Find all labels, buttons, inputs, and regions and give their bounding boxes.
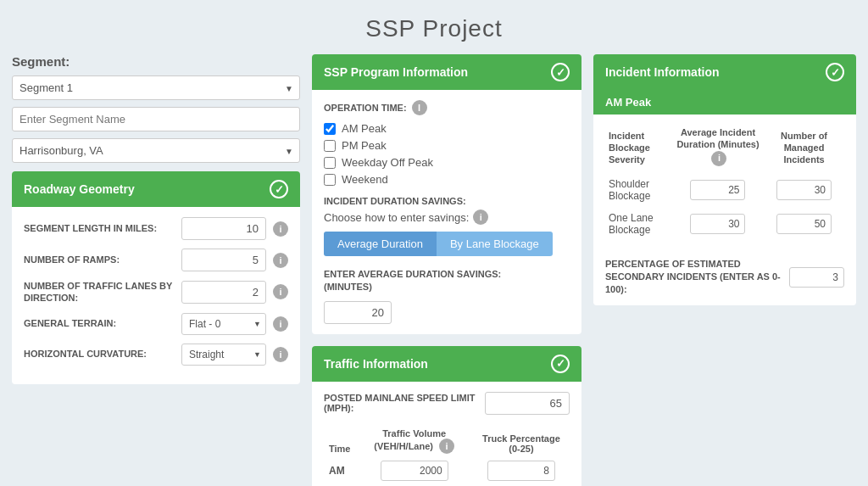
traffic-volume-input[interactable] <box>381 461 448 481</box>
traffic-truck-pct-input[interactable] <box>487 461 555 481</box>
ssp-program-check-icon: ✓ <box>551 63 570 81</box>
num-ramps-input[interactable] <box>181 249 266 271</box>
ssp-program-card: SSP Program Information ✓ OPERATION TIME… <box>312 54 581 334</box>
percentage-label: PERCENTAGE OF ESTIMATED SECONDARY INCIDE… <box>605 258 781 297</box>
operation-time-label: OPERATION TIME: i <box>324 100 570 115</box>
segment-length-info-icon[interactable]: i <box>273 221 288 237</box>
traffic-information-check-icon: ✓ <box>551 355 570 373</box>
am-peak-label: AM Peak <box>342 122 387 135</box>
segment-name-input[interactable] <box>12 107 300 131</box>
incident-table: Incident Blockage Severity Average Incid… <box>605 123 844 241</box>
location-select-wrapper: Harrisonburg, VA <box>12 138 300 163</box>
location-select[interactable]: Harrisonburg, VA <box>12 138 300 163</box>
operation-time-info-icon[interactable]: i <box>412 100 427 115</box>
general-terrain-info-icon[interactable]: i <box>273 316 288 332</box>
posted-speed-input[interactable] <box>485 392 570 415</box>
by-lane-blockage-button[interactable]: By Lane Blockage <box>437 232 553 256</box>
am-peak-checkbox[interactable] <box>324 123 336 135</box>
checkbox-weekend: Weekend <box>324 173 570 186</box>
incident-information-body: AM Peak Incident Blockage Severity Avera… <box>593 90 856 305</box>
savings-btn-group: Average Duration By Lane Blockage <box>324 232 570 256</box>
one-lane-blockage-label: One Lane Blockage <box>605 207 672 241</box>
incident-information-card: Incident Information ✓ AM Peak Incident … <box>593 54 856 305</box>
num-lanes-info-icon[interactable]: i <box>273 284 288 299</box>
ssp-program-header: SSP Program Information ✓ <box>312 54 581 90</box>
one-lane-num-managed-input[interactable] <box>776 214 832 234</box>
roadway-geometry-card: Roadway Geometry ✓ SEGMENT LENGTH IN MIL… <box>12 171 300 384</box>
choose-savings-label: Choose how to enter savings: i <box>324 209 570 225</box>
roadway-geometry-body: SEGMENT LENGTH IN MILES: i NUMBER OF RAM… <box>12 207 300 384</box>
incident-severity-header: Incident Blockage Severity <box>605 123 672 173</box>
volume-info-icon[interactable]: i <box>439 439 454 454</box>
traffic-volume-header: Traffic Volume (VEH/H/Lane) i <box>355 425 472 457</box>
traffic-truck-pct-cell <box>473 457 570 484</box>
general-terrain-row: GENERAL TERRAIN: Flat - 0 i <box>24 313 288 335</box>
weekend-label: Weekend <box>342 173 388 186</box>
shoulder-avg-duration-cell <box>672 173 764 207</box>
one-lane-avg-duration-input[interactable] <box>690 214 745 234</box>
roadway-geometry-check-icon: ✓ <box>270 180 288 198</box>
posted-speed-row: POSTED MAINLANE SPEED LIMIT (MPH): <box>324 392 570 415</box>
traffic-time-cell: AM <box>324 457 355 484</box>
incident-table-wrapper: Incident Blockage Severity Average Incid… <box>593 115 856 249</box>
incident-avg-duration-header: Average Incident Duration (Minutes) i <box>672 123 764 173</box>
num-lanes-input[interactable] <box>181 281 266 304</box>
incident-duration-savings-label: INCIDENT DURATION SAVINGS: <box>324 196 570 206</box>
traffic-table: Time Traffic Volume (VEH/H/Lane) i Truck… <box>324 425 570 484</box>
percentage-input[interactable] <box>789 267 844 288</box>
traffic-truck-pct-header: Truck Percentage (0-25) <box>473 425 570 457</box>
weekday-off-peak-checkbox[interactable] <box>324 157 336 169</box>
segment-section: Segment: Segment 1 Harrisonburg, VA <box>12 54 300 163</box>
general-terrain-label: GENERAL TERRAIN: <box>24 317 175 329</box>
ssp-program-title: SSP Program Information <box>324 65 468 79</box>
shoulder-num-managed-input[interactable] <box>776 180 832 200</box>
shoulder-blockage-label: Shoulder Blockage <box>605 173 672 207</box>
weekend-checkbox[interactable] <box>324 174 336 186</box>
num-lanes-row: NUMBER OF TRAFFIC LANES BY DIRECTION: i <box>24 280 288 304</box>
right-column: Incident Information ✓ AM Peak Incident … <box>593 54 856 486</box>
horizontal-curvature-row: HORIZONTAL CURVATURE: Straight i <box>24 344 288 366</box>
segment-select[interactable]: Segment 1 <box>12 75 300 100</box>
choose-savings-info-icon[interactable]: i <box>473 209 488 225</box>
horizontal-curvature-select[interactable]: Straight <box>181 344 266 366</box>
shoulder-avg-duration-input[interactable] <box>690 180 745 200</box>
percentage-row: PERCENTAGE OF ESTIMATED SECONDARY INCIDE… <box>593 249 856 305</box>
duration-savings-input[interactable] <box>324 301 392 324</box>
one-lane-avg-duration-cell <box>672 207 764 241</box>
traffic-information-card: Traffic Information ✓ POSTED MAINLANE SP… <box>312 346 581 486</box>
pm-peak-label: PM Peak <box>342 139 387 152</box>
enter-duration-row <box>324 301 570 324</box>
incident-information-check-icon: ✓ <box>826 63 844 81</box>
general-terrain-select[interactable]: Flat - 0 <box>181 313 266 335</box>
traffic-time-header: Time <box>324 425 355 457</box>
incident-one-lane-row: One Lane Blockage <box>605 207 844 241</box>
segment-length-label: SEGMENT LENGTH IN MILES: <box>24 222 175 234</box>
shoulder-num-managed-cell <box>764 173 844 207</box>
traffic-information-body: POSTED MAINLANE SPEED LIMIT (MPH): Time … <box>312 382 581 486</box>
num-lanes-label: NUMBER OF TRAFFIC LANES BY DIRECTION: <box>24 280 175 304</box>
traffic-information-header: Traffic Information ✓ <box>312 346 581 382</box>
traffic-volume-cell <box>355 457 472 484</box>
ssp-program-body: OPERATION TIME: i AM Peak PM Peak Weekda… <box>312 90 581 334</box>
segment-length-input[interactable] <box>181 217 266 240</box>
page-title: SSP Project <box>0 0 868 54</box>
avg-duration-info-icon[interactable]: i <box>711 151 726 166</box>
roadway-geometry-header: Roadway Geometry ✓ <box>12 171 300 207</box>
num-ramps-info-icon[interactable]: i <box>273 253 288 268</box>
traffic-information-title: Traffic Information <box>324 357 428 371</box>
left-column: Segment: Segment 1 Harrisonburg, VA Road… <box>12 54 300 486</box>
middle-column: SSP Program Information ✓ OPERATION TIME… <box>312 54 581 486</box>
am-peak-bar: AM Peak <box>593 90 856 115</box>
incident-num-managed-header: Number of Managed Incidents <box>764 123 844 173</box>
horizontal-curvature-info-icon[interactable]: i <box>273 347 288 362</box>
segment-length-row: SEGMENT LENGTH IN MILES: i <box>24 217 288 240</box>
average-duration-button[interactable]: Average Duration <box>324 232 437 256</box>
traffic-table-row: AM <box>324 457 570 484</box>
pm-peak-checkbox[interactable] <box>324 140 336 152</box>
checkbox-weekday-off-peak: Weekday Off Peak <box>324 156 570 169</box>
general-terrain-select-wrapper: Flat - 0 <box>181 313 266 335</box>
weekday-off-peak-label: Weekday Off Peak <box>342 156 433 169</box>
enter-duration-label: ENTER AVERAGE DURATION SAVINGS: (Minutes… <box>324 268 570 294</box>
posted-speed-label: POSTED MAINLANE SPEED LIMIT (MPH): <box>324 393 478 413</box>
checkbox-am-peak: AM Peak <box>324 122 570 135</box>
